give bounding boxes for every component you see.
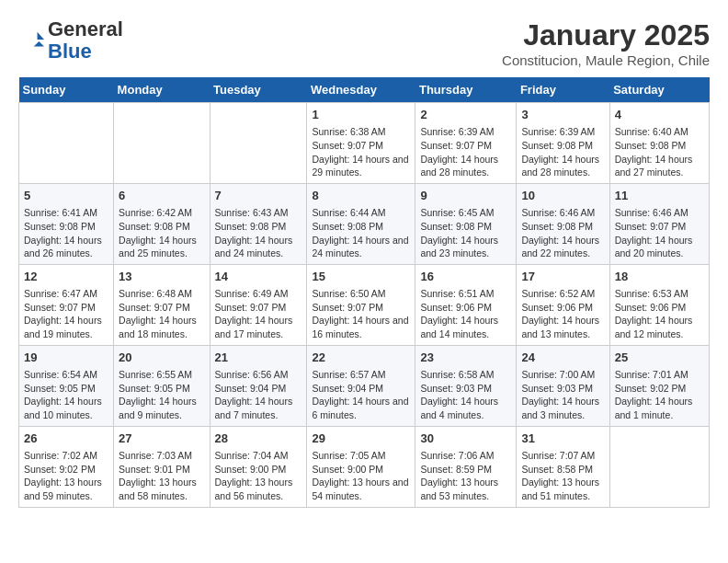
day-number: 25 (615, 350, 704, 366)
day-info: Sunrise: 6:57 AM Sunset: 9:04 PM Dayligh… (312, 368, 410, 422)
day-info: Sunrise: 6:39 AM Sunset: 9:07 PM Dayligh… (420, 125, 511, 179)
day-info: Sunrise: 6:45 AM Sunset: 9:08 PM Dayligh… (420, 206, 511, 260)
day-info: Sunrise: 7:01 AM Sunset: 9:02 PM Dayligh… (615, 368, 704, 422)
calendar-day-cell: 14Sunrise: 6:49 AM Sunset: 9:07 PM Dayli… (210, 264, 307, 345)
day-info: Sunrise: 6:42 AM Sunset: 9:08 PM Dayligh… (119, 206, 204, 260)
calendar-day-cell: 8Sunrise: 6:44 AM Sunset: 9:08 PM Daylig… (307, 183, 415, 264)
weekday-header-friday: Friday (517, 77, 609, 103)
day-number: 8 (312, 188, 410, 204)
calendar-day-cell: 7Sunrise: 6:43 AM Sunset: 9:08 PM Daylig… (210, 183, 307, 264)
calendar-day-cell: 22Sunrise: 6:57 AM Sunset: 9:04 PM Dayli… (307, 345, 415, 426)
day-info: Sunrise: 7:05 AM Sunset: 9:00 PM Dayligh… (312, 449, 410, 503)
day-number: 24 (521, 350, 604, 366)
calendar-week-row: 19Sunrise: 6:54 AM Sunset: 9:05 PM Dayli… (19, 345, 710, 426)
weekday-header-sunday: Sunday (19, 77, 114, 103)
calendar-day-cell (210, 103, 307, 184)
title-block: January 2025 Constitucion, Maule Region,… (502, 18, 710, 68)
day-number: 11 (615, 188, 704, 204)
day-number: 30 (420, 431, 511, 447)
day-info: Sunrise: 6:51 AM Sunset: 9:06 PM Dayligh… (420, 287, 511, 341)
calendar-day-cell: 2Sunrise: 6:39 AM Sunset: 9:07 PM Daylig… (415, 103, 517, 184)
day-number: 1 (312, 107, 410, 123)
calendar-day-cell (114, 103, 210, 184)
weekday-header-tuesday: Tuesday (210, 77, 307, 103)
calendar-day-cell: 12Sunrise: 6:47 AM Sunset: 9:07 PM Dayli… (19, 264, 114, 345)
calendar-day-cell: 31Sunrise: 7:07 AM Sunset: 8:58 PM Dayli… (517, 426, 609, 507)
day-number: 5 (24, 188, 108, 204)
calendar-day-cell: 18Sunrise: 6:53 AM Sunset: 9:06 PM Dayli… (609, 264, 709, 345)
page-header: General Blue January 2025 Constitucion, … (18, 18, 710, 68)
day-number: 3 (521, 107, 604, 123)
day-info: Sunrise: 6:43 AM Sunset: 9:08 PM Dayligh… (215, 206, 302, 260)
day-number: 16 (420, 269, 511, 285)
day-number: 28 (215, 431, 302, 447)
svg-marker-1 (34, 41, 44, 47)
calendar-day-cell: 16Sunrise: 6:51 AM Sunset: 9:06 PM Dayli… (415, 264, 517, 345)
calendar-day-cell: 29Sunrise: 7:05 AM Sunset: 9:00 PM Dayli… (307, 426, 415, 507)
day-info: Sunrise: 6:41 AM Sunset: 9:08 PM Dayligh… (24, 206, 108, 260)
day-info: Sunrise: 7:06 AM Sunset: 8:59 PM Dayligh… (420, 449, 511, 503)
calendar-header: SundayMondayTuesdayWednesdayThursdayFrid… (19, 77, 710, 103)
calendar-day-cell: 24Sunrise: 7:00 AM Sunset: 9:03 PM Dayli… (517, 345, 609, 426)
day-number: 19 (24, 350, 108, 366)
calendar-day-cell: 26Sunrise: 7:02 AM Sunset: 9:02 PM Dayli… (19, 426, 114, 507)
day-info: Sunrise: 6:40 AM Sunset: 9:08 PM Dayligh… (615, 125, 704, 179)
calendar-day-cell (609, 426, 709, 507)
logo: General Blue (18, 18, 123, 63)
day-info: Sunrise: 6:47 AM Sunset: 9:07 PM Dayligh… (24, 287, 108, 341)
day-number: 31 (521, 431, 604, 447)
calendar-week-row: 5Sunrise: 6:41 AM Sunset: 9:08 PM Daylig… (19, 183, 710, 264)
calendar-day-cell: 30Sunrise: 7:06 AM Sunset: 8:59 PM Dayli… (415, 426, 517, 507)
day-number: 7 (215, 188, 302, 204)
day-number: 2 (420, 107, 511, 123)
location-subtitle: Constitucion, Maule Region, Chile (502, 52, 710, 68)
day-info: Sunrise: 7:07 AM Sunset: 8:58 PM Dayligh… (521, 449, 604, 503)
day-info: Sunrise: 6:53 AM Sunset: 9:06 PM Dayligh… (615, 287, 704, 341)
calendar-day-cell: 3Sunrise: 6:39 AM Sunset: 9:08 PM Daylig… (517, 103, 609, 184)
day-number: 29 (312, 431, 410, 447)
day-number: 17 (521, 269, 604, 285)
calendar-day-cell: 23Sunrise: 6:58 AM Sunset: 9:03 PM Dayli… (415, 345, 517, 426)
day-number: 12 (24, 269, 108, 285)
calendar-day-cell: 9Sunrise: 6:45 AM Sunset: 9:08 PM Daylig… (415, 183, 517, 264)
weekday-header-thursday: Thursday (415, 77, 517, 103)
calendar-day-cell: 5Sunrise: 6:41 AM Sunset: 9:08 PM Daylig… (19, 183, 114, 264)
day-info: Sunrise: 6:38 AM Sunset: 9:07 PM Dayligh… (312, 125, 410, 179)
calendar-day-cell: 1Sunrise: 6:38 AM Sunset: 9:07 PM Daylig… (307, 103, 415, 184)
day-number: 22 (312, 350, 410, 366)
day-number: 4 (615, 107, 704, 123)
day-number: 26 (24, 431, 108, 447)
weekday-header-saturday: Saturday (609, 77, 709, 103)
day-number: 10 (521, 188, 604, 204)
calendar-day-cell: 17Sunrise: 6:52 AM Sunset: 9:06 PM Dayli… (517, 264, 609, 345)
day-info: Sunrise: 6:49 AM Sunset: 9:07 PM Dayligh… (215, 287, 302, 341)
day-number: 21 (215, 350, 302, 366)
calendar-day-cell: 10Sunrise: 6:46 AM Sunset: 9:08 PM Dayli… (517, 183, 609, 264)
day-number: 14 (215, 269, 302, 285)
calendar-day-cell: 28Sunrise: 7:04 AM Sunset: 9:00 PM Dayli… (210, 426, 307, 507)
day-info: Sunrise: 6:52 AM Sunset: 9:06 PM Dayligh… (521, 287, 604, 341)
calendar-body: 1Sunrise: 6:38 AM Sunset: 9:07 PM Daylig… (19, 103, 710, 508)
day-info: Sunrise: 7:04 AM Sunset: 9:00 PM Dayligh… (215, 449, 302, 503)
svg-marker-0 (38, 32, 44, 40)
calendar-day-cell: 21Sunrise: 6:56 AM Sunset: 9:04 PM Dayli… (210, 345, 307, 426)
day-number: 23 (420, 350, 511, 366)
logo-icon (18, 28, 44, 53)
day-info: Sunrise: 6:56 AM Sunset: 9:04 PM Dayligh… (215, 368, 302, 422)
day-number: 15 (312, 269, 410, 285)
day-info: Sunrise: 6:50 AM Sunset: 9:07 PM Dayligh… (312, 287, 410, 341)
logo-text: General Blue (48, 18, 123, 63)
calendar-day-cell: 13Sunrise: 6:48 AM Sunset: 9:07 PM Dayli… (114, 264, 210, 345)
day-number: 27 (119, 431, 204, 447)
day-number: 18 (615, 269, 704, 285)
calendar-day-cell: 6Sunrise: 6:42 AM Sunset: 9:08 PM Daylig… (114, 183, 210, 264)
day-info: Sunrise: 6:39 AM Sunset: 9:08 PM Dayligh… (521, 125, 604, 179)
calendar-table: SundayMondayTuesdayWednesdayThursdayFrid… (18, 77, 710, 508)
calendar-week-row: 1Sunrise: 6:38 AM Sunset: 9:07 PM Daylig… (19, 103, 710, 184)
day-number: 13 (119, 269, 204, 285)
month-title: January 2025 (502, 18, 710, 52)
calendar-day-cell: 19Sunrise: 6:54 AM Sunset: 9:05 PM Dayli… (19, 345, 114, 426)
day-info: Sunrise: 6:58 AM Sunset: 9:03 PM Dayligh… (420, 368, 511, 422)
day-info: Sunrise: 7:03 AM Sunset: 9:01 PM Dayligh… (119, 449, 204, 503)
weekday-header-monday: Monday (114, 77, 210, 103)
